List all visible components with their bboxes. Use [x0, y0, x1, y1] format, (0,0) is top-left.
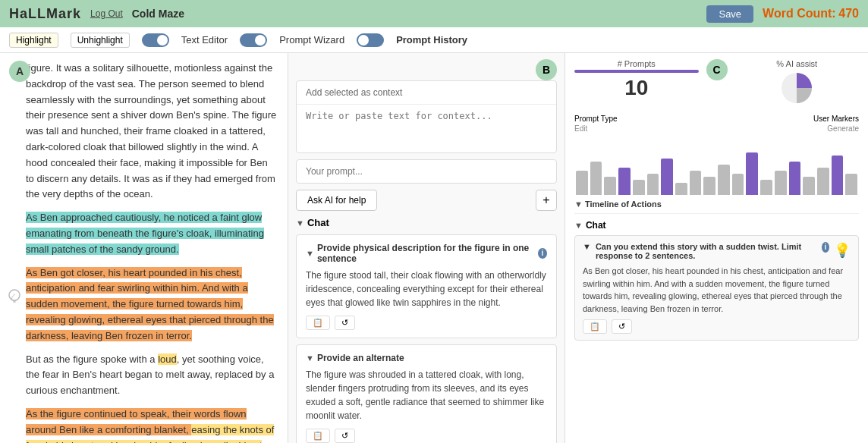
chat-arrow-icon: ▼	[296, 218, 304, 228]
question-text: Can you extend this story with a sudden …	[596, 242, 817, 260]
ai-assist-pie-chart	[778, 70, 815, 106]
question-arrow: ▼	[583, 242, 591, 251]
bar-15	[775, 171, 787, 195]
text-block-2: As Ben approached cautiously, he noticed…	[26, 210, 277, 257]
prompt-input[interactable]	[296, 159, 557, 184]
timeline-arrow-icon: ▼	[574, 200, 583, 209]
response-title-2: ▼ Provide an alternate	[306, 353, 547, 363]
right-chat-question: ▼ Can you extend this story with a sudde…	[583, 242, 851, 260]
main-content: A figure. It was a solitary silhouette, …	[0, 53, 868, 443]
card-actions-2: 📋 ↺	[306, 429, 547, 443]
bar-8	[675, 183, 687, 195]
response-title-1: ▼ Provide physical description for the f…	[306, 243, 547, 264]
ask-ai-row: Ask AI for help +	[296, 190, 557, 211]
user-markers-label: User Markers	[813, 115, 859, 123]
bar-legend-row: Edit Generate	[574, 124, 859, 133]
context-box: Add selected as context	[296, 80, 557, 153]
ai-assist-stat: % AI assist	[735, 59, 860, 108]
chat-label: ▼ Chat	[296, 217, 557, 228]
text-block-3: As Ben got closer, his heart pounded in …	[26, 265, 277, 344]
c-label-container: C	[706, 59, 728, 80]
prompt-history-toggle[interactable]	[357, 33, 384, 47]
highlighted-text-orange: As Ben got closer, his heart pounded in …	[26, 267, 274, 341]
add-button[interactable]: +	[536, 190, 557, 211]
prompt-wizard-toggle[interactable]	[240, 33, 267, 47]
svg-point-0	[9, 290, 20, 300]
copy-button-2[interactable]: 📋	[306, 429, 330, 443]
word-count-label: Word Count:	[763, 7, 836, 20]
question-info-icon[interactable]: i	[822, 242, 829, 253]
expand-icon-1: ▼	[306, 249, 314, 258]
response-text-1: The figure stood tall, their cloak flowi…	[306, 269, 547, 309]
bar-7	[661, 159, 673, 195]
response-card-2: ▼ Provide an alternate The figure was sh…	[296, 344, 557, 443]
lightbulb-right-icon: 💡	[834, 242, 851, 259]
b-label: B	[536, 59, 557, 80]
timeline-title: Timeline of Actions	[585, 200, 662, 209]
right-chat-answer: As Ben got closer, his heart pounded in …	[583, 265, 851, 315]
bar-chart	[574, 134, 859, 195]
ai-assist-label: % AI assist	[735, 59, 860, 68]
bar-4	[618, 168, 631, 195]
response-title-text-2: Provide an alternate	[317, 353, 404, 363]
word-count-value: 470	[838, 7, 859, 20]
prompts-bar	[574, 70, 699, 73]
save-button[interactable]: Save	[706, 5, 753, 23]
highlighted-text-yellow: loud	[158, 353, 177, 365]
bar-3	[604, 177, 616, 195]
text-editor-toggle[interactable]	[142, 33, 169, 47]
bar-chart-section: Prompt Type User Markers Edit Generate	[574, 115, 859, 195]
text-block-1: figure. It was a solitary silhouette, mo…	[26, 61, 277, 203]
prompts-value: 10	[574, 76, 699, 100]
ask-ai-button[interactable]: Ask AI for help	[296, 190, 377, 211]
refresh-button-2[interactable]: ↺	[335, 429, 355, 443]
word-count: Word Count: 470	[763, 7, 859, 20]
right-copy-button[interactable]: 📋	[583, 319, 607, 334]
bar-2	[590, 162, 602, 195]
unhighlight-button[interactable]: Unhighlight	[71, 33, 130, 48]
right-panel: # Prompts 10 C % AI assist Prompt Type	[565, 53, 868, 443]
bar-5	[633, 180, 645, 195]
info-icon-1[interactable]: i	[538, 248, 547, 259]
right-chat-card: ▼ Can you extend this story with a sudde…	[574, 235, 859, 341]
right-chat-title: Chat	[586, 220, 606, 231]
bar-13	[746, 152, 758, 195]
bar-19	[832, 156, 844, 195]
stats-row: # Prompts 10 C % AI assist	[574, 59, 859, 108]
lightbulb-icon	[8, 288, 21, 312]
right-chat-arrow-icon: ▼	[574, 221, 583, 230]
prompts-label: # Prompts	[574, 59, 699, 68]
prompt-type-label: Prompt Type	[574, 115, 618, 123]
refresh-button-1[interactable]: ↺	[335, 316, 355, 330]
expand-icon-2: ▼	[306, 353, 314, 363]
prompts-stat: # Prompts 10	[574, 59, 699, 100]
text-block-4: But as the figure spoke with a loud, yet…	[26, 352, 277, 399]
right-chat-label: ▼ Chat	[574, 220, 859, 231]
prompt-history-label: Prompt History	[396, 34, 467, 46]
logout-button[interactable]: Log Out	[90, 8, 123, 19]
timeline-label: ▼ Timeline of Actions	[574, 200, 859, 209]
right-card-actions: 📋 ↺	[583, 319, 851, 334]
text-editor-label: Text Editor	[181, 34, 228, 46]
left-panel: A figure. It was a solitary silhouette, …	[0, 53, 288, 443]
c-label: C	[706, 59, 728, 80]
middle-panel: B Add selected as context Ask AI for hel…	[288, 53, 565, 443]
add-context-button[interactable]: Add selected as context	[297, 81, 556, 105]
prompt-wizard-label: Prompt Wizard	[279, 34, 344, 46]
project-name: Cold Maze	[132, 8, 184, 20]
highlighted-text-teal: As Ben approached cautiously, he noticed…	[26, 212, 264, 255]
bar-14	[760, 180, 772, 195]
bar-11	[718, 165, 730, 195]
app-logo: HaLLMark	[9, 6, 81, 22]
bar-10	[703, 177, 715, 195]
generate-legend: Generate	[827, 124, 859, 133]
bar-17	[803, 177, 815, 195]
highlight-button[interactable]: Highlight	[9, 33, 58, 48]
context-textarea[interactable]	[297, 105, 556, 150]
paragraph-1: figure. It was a solitary silhouette, mo…	[26, 62, 276, 200]
bar-18	[817, 168, 829, 195]
right-refresh-button[interactable]: ↺	[612, 319, 632, 334]
bar-16	[789, 162, 801, 195]
response-text-2: The figure was shrouded in a tattered cl…	[306, 368, 547, 423]
copy-button-1[interactable]: 📋	[306, 316, 330, 330]
